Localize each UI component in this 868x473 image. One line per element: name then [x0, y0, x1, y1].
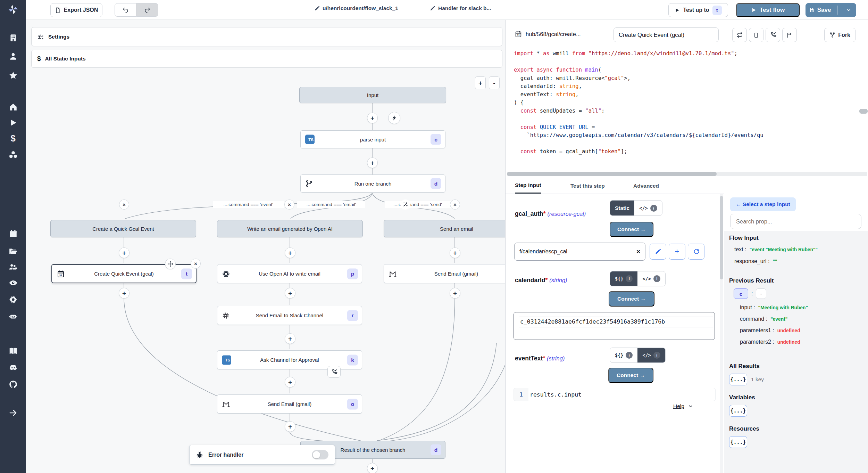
panel-vscrollbar[interactable] [720, 194, 723, 473]
step-id-badge[interactable]: c [734, 288, 748, 299]
connect-button-eventtext[interactable]: Connect → [608, 368, 653, 383]
node-branch-send[interactable]: Send an email [384, 220, 506, 237]
runs-play-icon[interactable] [0, 116, 26, 130]
add-step-button[interactable]: + [450, 288, 460, 299]
template-mode-segment[interactable]: ${}i [610, 271, 637, 286]
save-dropdown-button[interactable] [841, 3, 856, 17]
step-name-input[interactable] [614, 27, 719, 42]
add-step-button[interactable]: + [119, 288, 130, 299]
concurrency-square-button[interactable] [749, 28, 763, 42]
redo-button[interactable] [136, 3, 158, 17]
undo-button[interactable] [115, 3, 136, 17]
search-prop-input[interactable] [730, 214, 861, 229]
node-run-one-branch[interactable]: Run one branch d [300, 174, 445, 193]
collapse-button[interactable]: - [756, 288, 766, 299]
test-flow-button[interactable]: Test flow [736, 3, 800, 17]
zoom-out-button[interactable]: - [489, 76, 500, 89]
tab-advanced[interactable]: Advanced [633, 178, 659, 194]
code-editor[interactable]: import * as wmill from "https://deno.lan… [514, 50, 763, 156]
retries-repeat-button[interactable] [732, 28, 747, 42]
tab-test-this-step[interactable]: Test this step [570, 178, 605, 194]
resource-picker[interactable]: f/calendar/escp_cal × [514, 243, 645, 261]
groups-icon[interactable] [0, 260, 26, 274]
error-handler-toggle[interactable] [312, 450, 328, 459]
node-use-openai[interactable]: Use Open AI to write email p [217, 264, 362, 283]
clear-resource-icon[interactable]: × [636, 248, 640, 255]
prop-row[interactable]: response_url "" [734, 258, 777, 264]
add-step-button[interactable]: + [285, 333, 295, 344]
remove-branch-button[interactable]: × [119, 199, 129, 210]
refresh-resource-button[interactable] [688, 244, 704, 260]
flow-title-edit[interactable]: Handler for slack b... [430, 5, 491, 11]
code-hscrollbar[interactable] [507, 172, 867, 176]
template-mode-segment[interactable]: ${}i [610, 348, 637, 362]
zoom-in-button[interactable]: + [475, 76, 486, 89]
prop-row[interactable]: text "event "Meeting with Ruben"" [734, 246, 818, 253]
remove-branch-button[interactable]: × [450, 199, 460, 210]
branch-condition-label[interactable]: ....command === 'email' [297, 201, 365, 208]
node-ask-approval[interactable]: TS Ask Channel for Approval k [217, 350, 362, 369]
help-link[interactable]: Help [673, 403, 693, 409]
add-step-button[interactable]: + [367, 113, 378, 123]
error-handler-card[interactable]: Error handler [189, 445, 335, 465]
windmill-logo-icon[interactable] [0, 2, 26, 17]
user-icon[interactable] [0, 49, 26, 63]
schedules-calendar-icon[interactable] [0, 227, 26, 240]
fork-button[interactable]: Fork [824, 28, 856, 42]
select-step-input-button[interactable]: ← Select a step input [730, 197, 796, 211]
expand-sidebar-arrow-icon[interactable] [0, 406, 26, 420]
all-results-object-badge[interactable]: {...} [729, 374, 747, 385]
settings-gear-icon[interactable] [0, 293, 26, 307]
code-mode-segment[interactable]: </>i [637, 271, 665, 286]
resources-object-badge[interactable]: {...} [729, 436, 747, 448]
trigger-bolt-button[interactable] [388, 112, 400, 124]
early-stop-flag-button[interactable] [782, 28, 797, 42]
add-resource-button[interactable]: + [669, 244, 685, 260]
node-parse-input[interactable]: TS parse input c [300, 130, 445, 148]
home-icon[interactable] [0, 100, 26, 114]
connect-button-calendarid[interactable]: Connect → [609, 291, 654, 307]
node-send-email-right[interactable]: Send Email (gmail) [384, 264, 506, 283]
code-vscrollbar[interactable] [859, 109, 868, 114]
add-step-button[interactable]: + [285, 421, 295, 432]
node-create-quick-event[interactable]: 31 Create Quick Event (gcal) t [51, 264, 197, 283]
prop-row[interactable]: parameters2 undefined [740, 339, 800, 345]
add-step-button[interactable]: + [367, 463, 378, 473]
variables-object-badge[interactable]: {...} [729, 405, 747, 417]
node-branch-event[interactable]: Create a Quick Gcal Event [50, 220, 196, 237]
ai-robot-icon[interactable] [0, 309, 26, 323]
add-step-button[interactable]: + [119, 247, 130, 258]
node-branch-email[interactable]: Write an email generated by Open AI [217, 220, 363, 237]
edit-resource-button[interactable] [650, 244, 666, 260]
branch-condition-label[interactable]: ....command === 'event' [213, 201, 284, 208]
breadcrumb[interactable]: u/henricourdent/flow_slack_1 [314, 5, 398, 11]
all-static-inputs-bar[interactable]: $ All Static Inputs [31, 50, 502, 68]
flow-canvas[interactable]: Settings $ All Static Inputs + - Input +… [26, 20, 506, 473]
discord-icon[interactable] [0, 361, 26, 375]
resources-cubes-icon[interactable] [0, 148, 26, 162]
prop-row[interactable]: command "event" [740, 316, 787, 322]
docs-book-icon[interactable] [0, 344, 26, 358]
prop-row[interactable]: input "Meeting with Ruben" [740, 304, 808, 311]
export-json-button[interactable]: Export JSON [50, 3, 102, 17]
add-step-button[interactable]: + [450, 247, 460, 258]
expression-editor[interactable]: 1 results.c.input [514, 388, 716, 401]
audit-eye-icon[interactable] [0, 276, 26, 290]
connect-button-gcal-auth[interactable]: Connect → [610, 222, 653, 237]
add-step-button[interactable]: + [285, 288, 295, 299]
add-step-button[interactable]: + [367, 157, 378, 168]
branch-condition-label[interactable]: ....command === 'send' [385, 201, 451, 208]
node-send-email-mid[interactable]: Send Email (gmail) o [217, 394, 362, 414]
prop-row[interactable]: parameters1 undefined [740, 327, 800, 334]
remove-step-button[interactable]: × [191, 259, 201, 269]
github-icon[interactable] [0, 377, 26, 391]
add-step-button[interactable]: + [285, 377, 295, 388]
calendarid-textarea[interactable]: c_0312442e881ae6fcf1dec23f54916a389f1c17… [514, 312, 715, 340]
tab-step-input[interactable]: Step Input [515, 178, 541, 194]
node-slack-channel[interactable]: Send Email to Slack Channel r [217, 306, 362, 325]
remove-branch-button[interactable]: × [284, 199, 294, 210]
static-mode-segment[interactable]: Static [610, 201, 634, 215]
save-button[interactable]: Save [806, 3, 834, 17]
code-mode-segment[interactable]: </>i [634, 201, 662, 215]
variables-dollar-icon[interactable]: $ [0, 131, 26, 145]
